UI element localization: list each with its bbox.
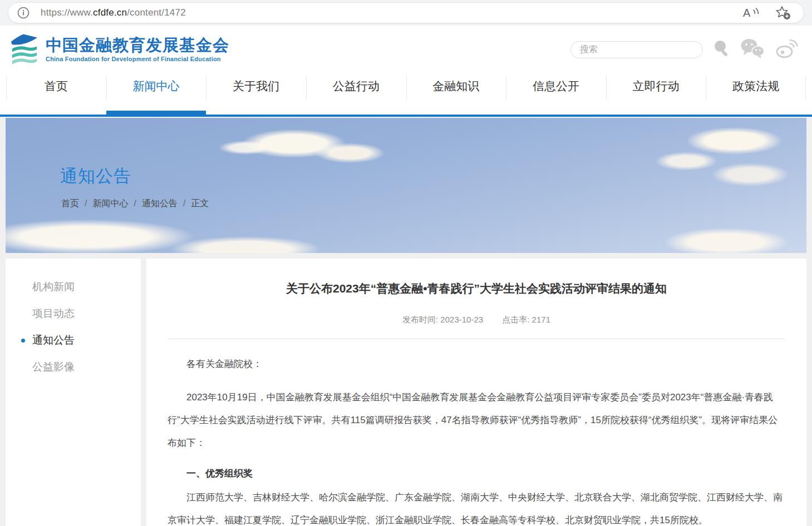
sidebar-item-org-news[interactable]: 机构新闻 (6, 274, 141, 300)
sidebar: 机构新闻 项目动态 通知公告 公益影像 (6, 259, 141, 526)
hits-value: 2171 (532, 315, 550, 324)
breadcrumb-separator: / (134, 199, 136, 208)
article-body: 各有关金融院校： 2023年10月19日，中国金融教育发展基金会组织“中国金融教… (168, 353, 785, 526)
sidebar-item-project-updates[interactable]: 项目动态 (6, 300, 141, 327)
breadcrumb-home[interactable]: 首页 (61, 199, 79, 208)
nav-item-charity-action[interactable]: 公益行动 (306, 73, 406, 115)
article-paragraph-winners: 江西师范大学、吉林财经大学、哈尔滨金融学院、广东金融学院、湖南大学、中央财经大学… (168, 486, 785, 526)
read-aloud-icon[interactable]: A (742, 6, 760, 20)
active-nav-underline (106, 111, 206, 115)
svg-text:A: A (743, 7, 751, 19)
meta-divider (168, 339, 785, 339)
breadcrumb-current[interactable]: 正文 (191, 199, 209, 208)
article-title: 关于公布2023年“普惠金融•青春践行”大学生社会实践活动评审结果的通知 (168, 281, 785, 296)
sidebar-item-notices[interactable]: 通知公告 (6, 327, 141, 354)
article-paragraph: 2023年10月19日，中国金融教育发展基金会组织“中国金融教育发展基金会金融教… (168, 386, 785, 454)
nav-item-information-disclosure[interactable]: 信息公开 (506, 73, 606, 115)
nav-item-financial-knowledge[interactable]: 金融知识 (406, 73, 506, 115)
article-meta: 发布时间: 2023-10-23 点击率: 2171 (168, 315, 785, 325)
breadcrumb-separator: / (85, 199, 87, 208)
nav-item-about-us[interactable]: 关于我们 (206, 73, 306, 115)
nav-item-news-center[interactable]: 新闻中心 (106, 73, 206, 115)
hits-label: 点击率: (502, 315, 529, 324)
nav-item-policies[interactable]: 政策法规 (706, 73, 806, 115)
site-subtitle: China Foundation for Development of Fina… (46, 56, 229, 62)
publish-time-label: 发布时间: (402, 315, 438, 324)
site-title: 中国金融教育发展基金会 (46, 37, 229, 53)
content-area: 机构新闻 项目动态 通知公告 公益影像 关于公布2023年“普惠金融•青春践行”… (0, 253, 812, 526)
weibo-icon[interactable] (775, 38, 799, 61)
article-salutation: 各有关金融院校： (168, 353, 785, 375)
search-icon[interactable] (713, 39, 730, 59)
url-text[interactable]: https://www.cfdfe.cn/content/1472 (41, 7, 186, 18)
breadcrumb-separator: / (183, 199, 185, 208)
nav-item-home[interactable]: 首页 (6, 73, 106, 115)
banner-title: 通知公告 (60, 165, 131, 188)
wechat-icon[interactable] (740, 38, 765, 61)
browser-toolbar: https://www.cfdfe.cn/content/1472 A (0, 0, 812, 26)
breadcrumb-news-center[interactable]: 新闻中心 (92, 199, 128, 208)
add-favorite-star-icon[interactable] (775, 5, 791, 21)
page-banner: 通知公告 首页/新闻中心/通知公告/正文 (6, 118, 806, 253)
nav-item-act-now[interactable]: 立即行动 (606, 73, 706, 115)
main-navigation: 首页 新闻中心 关于我们 公益行动 金融知识 信息公开 立即行动 政策法规 (0, 73, 812, 115)
sidebar-item-charity-images[interactable]: 公益影像 (6, 354, 141, 380)
search-input[interactable] (570, 41, 703, 58)
site-header: 中国金融教育发展基金会 China Foundation for Develop… (0, 26, 812, 117)
site-logo[interactable]: 中国金融教育发展基金会 China Foundation for Develop… (8, 31, 229, 68)
breadcrumb: 首页/新闻中心/通知公告/正文 (61, 198, 209, 210)
publish-time-value: 2023-10-23 (440, 315, 483, 324)
article-panel: 关于公布2023年“普惠金融•青春践行”大学生社会实践活动评审结果的通知 发布时… (146, 259, 806, 526)
logo-icon (8, 31, 40, 68)
section-heading-award: 一、优秀组织奖 (168, 462, 785, 485)
active-bullet-icon (21, 339, 25, 343)
address-bar[interactable]: https://www.cfdfe.cn/content/1472 A (8, 2, 804, 23)
breadcrumb-notices[interactable]: 通知公告 (142, 199, 178, 208)
site-info-icon[interactable] (16, 6, 31, 20)
